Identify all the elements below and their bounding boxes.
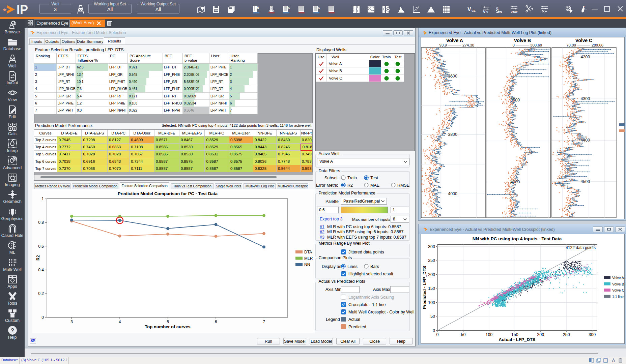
svg-text:100: 100 — [428, 300, 435, 305]
svg-text:150: 150 — [428, 286, 435, 291]
svg-text:200: 200 — [428, 272, 435, 277]
svg-text:200: 200 — [537, 332, 544, 337]
svg-text:0: 0 — [433, 328, 435, 333]
svg-text:0: 0 — [436, 332, 439, 337]
svg-text:150: 150 — [511, 332, 518, 337]
svg-text:Volve A: Volve A — [612, 276, 624, 280]
svg-text:NN with PC using top 4 inputs: NN with PC using top 4 inputs - Test Dat… — [473, 236, 562, 241]
svg-text:Predicted - LFP_DTS: Predicted - LFP_DTS — [422, 266, 427, 309]
svg-text:4122 data points: 4122 data points — [566, 245, 596, 250]
svg-text:Actual - LFP_DTS: Actual - LFP_DTS — [499, 337, 535, 342]
svg-text:300: 300 — [589, 332, 596, 337]
svg-text:100: 100 — [485, 332, 492, 337]
svg-text:50: 50 — [461, 332, 466, 337]
svg-text:250: 250 — [428, 258, 435, 263]
svg-text:1:1 line: 1:1 line — [612, 295, 624, 299]
svg-text:Volve C: Volve C — [612, 288, 625, 292]
svg-text:Volve B: Volve B — [612, 282, 624, 286]
svg-text:300: 300 — [428, 244, 435, 249]
svg-text:250: 250 — [563, 332, 570, 337]
svg-text:50: 50 — [430, 314, 435, 319]
